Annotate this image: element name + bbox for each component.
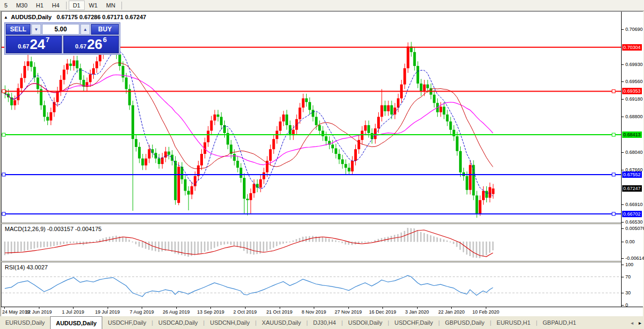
volume-input[interactable] <box>42 24 79 35</box>
date-tick-mark <box>280 307 280 309</box>
timeframe-button-h4[interactable]: H4 <box>48 1 64 10</box>
price-level-badge[interactable]: 0.69353 <box>622 88 642 94</box>
tab-audusd-daily[interactable]: AUDUSD,Daily <box>50 316 102 329</box>
candles <box>4 38 494 218</box>
tab-eurusd-daily[interactable]: EURUSD,Daily <box>0 316 50 329</box>
date-label: 27 Nov 2019 <box>335 309 362 315</box>
date-tick-mark <box>39 307 39 309</box>
date-label: 26 Aug 2019 <box>163 309 190 315</box>
date-tick-mark <box>108 307 108 309</box>
toolbar-separator <box>66 2 67 10</box>
line-handle[interactable] <box>612 212 615 216</box>
line-handle[interactable] <box>2 212 5 216</box>
date-label: 13 Sep 2019 <box>197 309 224 315</box>
price-axis-tick: 0.66530 <box>625 219 643 225</box>
sell-button[interactable]: SELL <box>6 24 30 35</box>
chart-tab-bar: EURUSD,DailyAUDUSD,DailyUSDCHF,Daily|USD… <box>0 316 644 329</box>
line-handle[interactable] <box>612 133 615 136</box>
line-handle[interactable] <box>612 89 615 93</box>
line-handle[interactable] <box>2 133 5 136</box>
axis-tick-mark <box>622 293 624 293</box>
sell-price-prefix: 0.67 <box>18 43 29 51</box>
timeframe-button-w1[interactable]: W1 <box>85 1 102 10</box>
macd-label: MACD(12,26,9) -0.003157 -0.004175 <box>5 226 102 232</box>
line-handle[interactable] <box>2 89 5 93</box>
date-tick-mark <box>382 307 383 309</box>
timeframe-button-h1[interactable]: H1 <box>32 1 48 10</box>
rsi-scale-tick: 100 <box>625 262 633 267</box>
macd-indicator-pane: MACD(12,26,9) -0.003157 -0.004175 <box>1 224 622 261</box>
tab-usdcad-daily[interactable]: USDCAD,Daily <box>153 316 203 329</box>
price-axis[interactable]: 0.706900.699300.695600.691800.688000.680… <box>621 12 643 307</box>
macd-scale-tick: -0.006148 <box>625 256 644 261</box>
date-label: 16 Dec 2019 <box>369 309 396 315</box>
price-axis-tick: 0.69930 <box>625 62 643 67</box>
tab-gbpusd-daily[interactable]: GBPUSD,Daily <box>440 316 490 329</box>
toolbar-separator <box>121 2 122 10</box>
date-label: 19 Jul 2019 <box>95 309 120 315</box>
sell-price-button[interactable]: 0.67 24 7 <box>6 36 62 53</box>
price-level-badge[interactable]: 0.67552 <box>622 171 642 178</box>
sell-price-big: 24 <box>30 38 45 51</box>
one-click-trading-panel: SELL ▼ ▲ BUY 0.67 24 7 0.67 26 6 <box>4 22 120 55</box>
date-label: 10 Feb 2020 <box>472 309 500 315</box>
date-label: 2 Oct 2019 <box>233 309 257 315</box>
tab-usdchf-daily[interactable]: USDCHF,Daily <box>102 316 151 329</box>
line-handle[interactable] <box>2 173 5 176</box>
date-tick-mark <box>486 307 486 309</box>
timeframe-button-d1[interactable]: D1 <box>69 1 85 10</box>
timeframe-button-mn[interactable]: MN <box>102 1 119 10</box>
axis-tick-mark <box>622 117 624 117</box>
axis-tick-mark <box>622 170 624 170</box>
tab-usdoil-daily[interactable]: USDOil,Daily <box>343 316 387 329</box>
buy-button[interactable]: BUY <box>91 24 119 35</box>
tab-scroll-left-icon[interactable]: ◂ <box>631 320 633 326</box>
date-tick-mark <box>176 307 177 309</box>
axis-tick-mark <box>622 152 624 153</box>
timeframe-button-5[interactable]: 5 <box>0 1 12 10</box>
price-level-badge[interactable]: 0.66702 <box>622 211 642 217</box>
price-axis-tick: 0.68800 <box>625 114 643 119</box>
date-tick-mark <box>4 307 5 309</box>
macd-scale-tick: 0.00 <box>625 239 635 244</box>
chart-header: ▲ AUDUSD,Daily 0.67175 0.67286 0.67171 0… <box>4 14 146 20</box>
price-level-badge[interactable]: 0.68413 <box>622 131 642 138</box>
axis-tick-mark <box>622 258 624 259</box>
date-label: 12 Jun 2019 <box>26 309 52 315</box>
price-level-badge[interactable]: 0.70304 <box>622 44 642 51</box>
volume-decrease-button[interactable]: ▼ <box>31 24 41 35</box>
volume-increase-button[interactable]: ▲ <box>80 24 90 35</box>
line-handle[interactable] <box>612 173 615 176</box>
tab-scroll-right-icon[interactable]: ▸ <box>639 320 641 326</box>
date-label: 1 Jul 2019 <box>62 309 84 315</box>
timeframe-button-m30[interactable]: M30 <box>12 1 31 10</box>
axis-tick-mark <box>622 228 624 229</box>
macd-scale-tick: 0.005076 <box>625 226 644 231</box>
date-tick-mark <box>417 307 418 309</box>
symbol-title: AUDUSD,Daily <box>11 14 52 20</box>
axis-tick-mark <box>622 29 624 30</box>
price-axis-tick: 0.70690 <box>625 27 643 32</box>
timeframe-toolbar: 5M30H1H4D1W1MN <box>0 0 644 11</box>
tab-eurusd-h1[interactable]: EURUSD,H1 <box>491 316 536 329</box>
rsi-label: RSI(14) 43.0027 <box>5 264 48 270</box>
price-axis-tick: 0.69560 <box>625 79 643 84</box>
tab-usdchf-daily[interactable]: USDCHF,Daily <box>389 316 438 329</box>
tab-usdcnh-daily[interactable]: USDCNH,Daily <box>205 316 255 329</box>
price-axis-tick: 0.66910 <box>625 202 643 207</box>
buy-price-button[interactable]: 0.67 26 6 <box>63 36 119 53</box>
date-axis[interactable]: 24 May 201912 Jun 20191 Jul 201919 Jul 2… <box>1 307 643 317</box>
date-label: 8 Nov 2019 <box>301 309 326 315</box>
tab-xauusd-daily[interactable]: XAUUSD,Daily <box>257 316 306 329</box>
date-tick-mark <box>73 307 74 309</box>
date-label: 7 Aug 2019 <box>130 309 154 315</box>
macd-histogram <box>4 228 493 258</box>
collapse-panel-icon[interactable]: ▲ <box>4 15 8 20</box>
date-tick-mark <box>314 307 314 309</box>
axis-tick-mark <box>622 64 624 65</box>
tab-dj30-h4[interactable]: DJ30,H4 <box>308 316 341 329</box>
date-label: 22 Jan 2020 <box>438 309 465 315</box>
buy-price-big: 26 <box>87 38 102 51</box>
tab-gbpaud-h1[interactable]: GBPAUD,H1 <box>537 316 582 329</box>
rsi-scale-tick: 70 <box>625 274 631 279</box>
